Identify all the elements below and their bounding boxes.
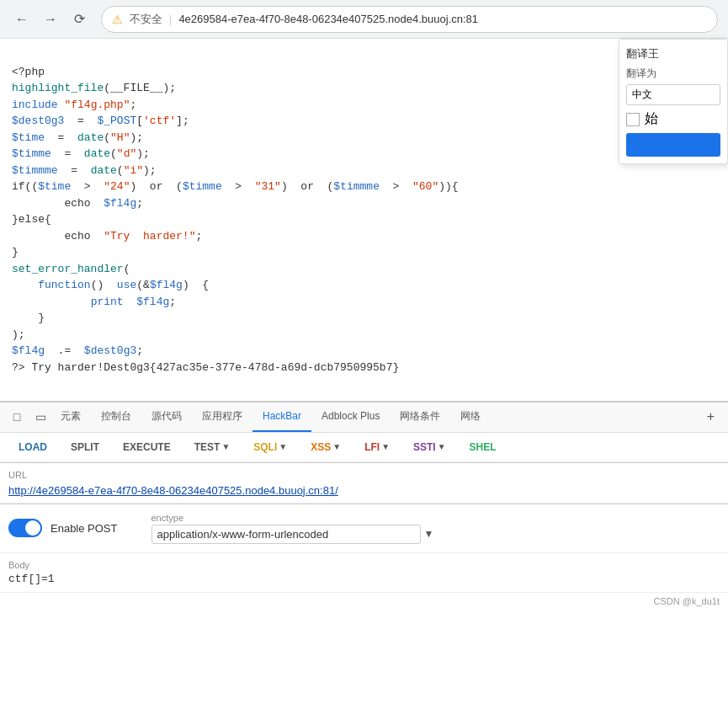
tab-elements[interactable]: 元素 (50, 402, 91, 432)
tab-sources[interactable]: 源代码 (141, 402, 192, 432)
tab-hackbar[interactable]: HackBar (252, 402, 311, 432)
reload-button[interactable]: ⟳ (67, 8, 91, 31)
ssti-arrow: ▼ (438, 442, 446, 451)
translate-title: 翻译王 (626, 46, 720, 61)
translate-checkbox[interactable] (626, 113, 640, 126)
hackbar-toolbar: LOAD SPLIT EXECUTE TEST ▼ SQLI ▼ XSS ▼ L… (0, 433, 728, 462)
url-label: URL (8, 470, 720, 480)
load-button[interactable]: LOAD (8, 438, 57, 456)
forward-button[interactable]: → (39, 8, 62, 31)
translate-panel: 翻译王 翻译为 中文 始 (619, 39, 728, 164)
url-link[interactable]: http://4e269584-e7ea-4f70-8e48-06234e407… (8, 484, 338, 497)
back-button[interactable]: ← (10, 8, 34, 31)
lfi-arrow: ▼ (381, 442, 390, 451)
enable-post-label: Enable POST (50, 522, 118, 535)
post-enctype-row: Enable POST enctype application/x-www-fo… (0, 504, 728, 553)
devtools-tabs: □ ▭ 元素 控制台 源代码 应用程序 HackBar Adblock Plus… (0, 402, 728, 433)
enctype-select-row: application/x-www-form-urlencoded ▼ (151, 525, 720, 544)
nav-buttons: ← → ⟳ (10, 8, 91, 31)
translate-lang: 中文 (626, 84, 720, 105)
tab-network[interactable]: 网络 (450, 402, 491, 432)
body-section: Body ctf[]=1 (0, 553, 728, 592)
xss-button[interactable]: XSS ▼ (300, 438, 351, 456)
test-arrow: ▼ (221, 442, 230, 451)
address-url: 4e269584-e7ea-4f70-8e48-06234e407525.nod… (178, 13, 478, 25)
inspect-icon[interactable]: □ (7, 407, 27, 427)
footer-text: CSDN @k_du1t (654, 596, 720, 606)
sqli-button[interactable]: SQLI ▼ (243, 438, 297, 456)
devtools-panel: □ ▭ 元素 控制台 源代码 应用程序 HackBar Adblock Plus… (0, 401, 728, 592)
warning-icon: ⚠ (112, 13, 123, 26)
code-block: <?php highlight_file(__FILE__); include … (12, 47, 716, 392)
translate-to-label: 翻译为 (626, 67, 720, 81)
insecure-label: 不安全 (130, 12, 162, 27)
toggle-slider (8, 519, 42, 537)
translate-button[interactable] (626, 133, 720, 157)
tab-adblock[interactable]: Adblock Plus (311, 402, 390, 432)
test-button[interactable]: TEST ▼ (184, 438, 241, 456)
add-tab-button[interactable]: + (700, 409, 721, 424)
output-text: Try harder!Dest0g3{427ac35e-377e-478d-a6… (31, 361, 399, 374)
enctype-group: enctype application/x-www-form-urlencode… (151, 513, 720, 544)
devtools-icons: □ ▭ (7, 407, 50, 427)
footer: CSDN @k_du1t (0, 592, 728, 610)
body-label: Body (8, 560, 720, 570)
address-bar[interactable]: ⚠ 不安全 | 4e269584-e7ea-4f70-8e48-06234e40… (101, 6, 718, 33)
toggle-switch[interactable] (8, 519, 42, 537)
tab-application[interactable]: 应用程序 (192, 402, 252, 432)
url-section: URL http://4e269584-e7ea-4f70-8e48-06234… (0, 463, 728, 504)
ssti-button[interactable]: SSTI ▼ (403, 438, 456, 456)
shel-button[interactable]: SHEL (460, 438, 507, 456)
sqli-arrow: ▼ (279, 442, 287, 451)
enctype-label: enctype (151, 513, 720, 523)
body-value[interactable]: ctf[]=1 (8, 573, 720, 585)
separator: | (169, 13, 172, 25)
translate-checkbox-label: 始 (645, 110, 658, 128)
split-button[interactable]: SPLIT (61, 438, 109, 456)
enable-post-group: Enable POST (8, 519, 118, 537)
execute-button[interactable]: EXECUTE (113, 438, 181, 456)
enctype-value[interactable]: application/x-www-form-urlencoded (151, 525, 421, 544)
enctype-arrow[interactable]: ▼ (424, 528, 434, 540)
xss-arrow: ▼ (332, 442, 341, 451)
browser-chrome: ← → ⟳ ⚠ 不安全 | 4e269584-e7ea-4f70-8e48-06… (0, 0, 728, 39)
translate-checkbox-row: 始 (626, 110, 720, 128)
tab-network-conditions[interactable]: 网络条件 (390, 402, 450, 432)
device-icon[interactable]: ▭ (30, 407, 50, 427)
tab-console[interactable]: 控制台 (91, 402, 141, 432)
lfi-button[interactable]: LFI ▼ (354, 438, 400, 456)
